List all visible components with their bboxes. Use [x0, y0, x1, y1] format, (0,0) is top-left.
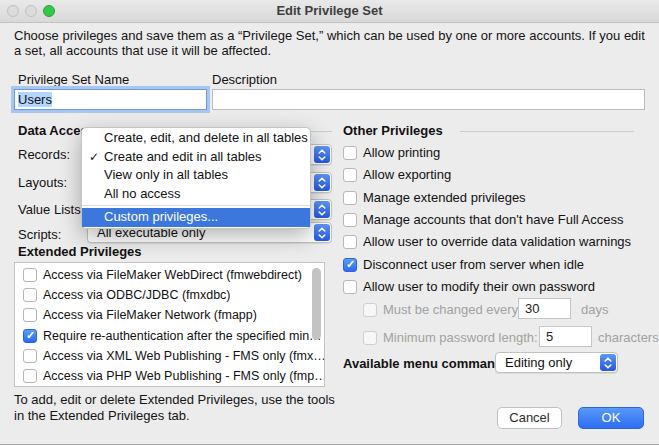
checkbox[interactable] [363, 303, 377, 317]
list-item[interactable]: Access via ODBC/JDBC (fmxdbc) [15, 285, 324, 305]
other-privileges-heading-line [460, 131, 634, 132]
list-item-label: Require re-authentication after the spec… [43, 329, 322, 343]
list-item-label: Access via ODBC/JDBC (fmxdbc) [43, 288, 231, 302]
intro-text: Choose privileges and save them as a “Pr… [14, 28, 650, 58]
checkbox-label: Disconnect user from server when idle [363, 257, 584, 272]
checkbox-label: Minimum password length: [383, 330, 538, 345]
checkbox-row[interactable]: Must be changed every [363, 302, 518, 317]
checkbox-row[interactable]: Allow user to modify their own password [343, 279, 595, 294]
checkbox[interactable] [23, 369, 37, 383]
checkbox[interactable] [23, 288, 37, 302]
list-item[interactable]: Require re-authentication after the spec… [15, 326, 324, 346]
records-label: Records: [18, 147, 70, 162]
days-suffix-label: days [581, 302, 608, 317]
checkbox[interactable] [23, 349, 37, 363]
menu-commands-popup[interactable]: Editing only [495, 352, 618, 373]
scripts-label: Scripts: [18, 227, 61, 242]
checkbox[interactable] [343, 258, 357, 272]
list-item[interactable]: Access via FileMaker WebDirect (fmwebdir… [15, 265, 324, 285]
checkmark-icon: ✓ [89, 148, 99, 167]
list-item-label: Access via XML Web Publishing - FMS only… [43, 349, 324, 363]
checkbox-row[interactable]: Manage extended privileges [343, 190, 526, 205]
menu-item[interactable]: ✓ All no access [82, 185, 310, 204]
records-open-menu: ✓ Create, edit, and delete in all tables… [81, 127, 311, 229]
checkbox-label: Allow exporting [363, 167, 451, 182]
scrollbar-thumb[interactable] [312, 268, 321, 340]
checkbox[interactable] [363, 331, 377, 345]
popup-stepper-icon[interactable] [314, 174, 330, 191]
checkbox[interactable] [343, 191, 357, 205]
list-item[interactable]: Access via XML Web Publishing - FMS only… [15, 346, 324, 366]
extended-privileges-list: Access via FileMaker WebDirect (fmwebdir… [14, 262, 325, 387]
checkbox-row[interactable]: Manage accounts that don't have Full Acc… [343, 212, 623, 227]
list-item-label: Access via FileMaker WebDirect (fmwebdir… [43, 268, 302, 282]
menu-item-label: Create and edit in all tables [104, 149, 262, 164]
popup-stepper-icon[interactable] [314, 201, 330, 218]
menu-item-label: Create, edit, and delete in all tables [104, 130, 308, 145]
checkbox[interactable] [343, 146, 357, 160]
menu-item[interactable]: ✓ View only in all tables [82, 166, 310, 185]
checkbox[interactable] [23, 329, 37, 343]
list-item-label: Access via PHP Web Publishing - FMS only… [43, 369, 324, 383]
checkbox-label: Must be changed every [383, 302, 518, 317]
popup-stepper-icon[interactable] [314, 146, 330, 163]
popup-stepper-icon[interactable] [600, 354, 616, 371]
checkbox[interactable] [343, 213, 357, 227]
edit-privilege-set-dialog: Edit Privilege Set Choose privileges and… [0, 0, 659, 445]
min-length-input[interactable]: 5 [539, 326, 592, 347]
checkbox-label: Allow user to override data validation w… [363, 234, 631, 249]
menu-item[interactable]: ✓ Create and edit in all tables [82, 148, 310, 167]
privilege-set-name-label: Privilege Set Name [18, 72, 129, 87]
checkbox-label: Manage extended privileges [363, 190, 526, 205]
popup-stepper-icon[interactable] [314, 224, 330, 241]
menu-item-label: All no access [104, 186, 181, 201]
list-item-label: Access via FileMaker Network (fmapp) [43, 308, 257, 322]
menu-item[interactable]: ✓ Create, edit, and delete in all tables [82, 129, 310, 148]
cancel-button[interactable]: Cancel [497, 407, 562, 429]
window-title: Edit Privilege Set [0, 0, 659, 22]
available-menu-commands-label: Available menu commands: [343, 356, 514, 371]
checkbox-row[interactable]: Disconnect user from server when idle [343, 257, 584, 272]
other-privileges-heading: Other Privileges [343, 123, 443, 138]
checkbox-label: Allow printing [363, 145, 440, 160]
checkbox-row[interactable]: Allow user to override data validation w… [343, 234, 631, 249]
layouts-label: Layouts: [18, 175, 67, 190]
description-label: Description [212, 72, 277, 87]
checkbox[interactable] [343, 280, 357, 294]
checkbox-row[interactable]: Allow exporting [343, 167, 451, 182]
title-bar: Edit Privilege Set [0, 0, 659, 23]
checkbox-row[interactable]: Allow printing [343, 145, 440, 160]
characters-suffix-label: characters [598, 330, 659, 345]
menu-item-label: View only in all tables [104, 167, 228, 182]
privilege-set-name-input[interactable]: Users [14, 89, 207, 110]
menu-item-custom-privileges[interactable]: ✓ Custom privileges... [82, 208, 310, 227]
checkbox[interactable] [23, 268, 37, 282]
ok-button[interactable]: OK [578, 407, 644, 429]
menu-item-label: Custom privileges... [104, 209, 218, 224]
extended-privileges-heading: Extended Privileges [18, 244, 142, 259]
value-lists-label: Value Lists: [18, 202, 84, 217]
description-input[interactable] [212, 89, 645, 110]
selected-text: Users [18, 92, 52, 107]
checkbox-label: Allow user to modify their own password [363, 279, 595, 294]
checkbox[interactable] [343, 235, 357, 249]
menu-commands-popup-value: Editing only [496, 353, 617, 372]
checkbox-row[interactable]: Minimum password length: [363, 330, 538, 345]
list-item[interactable]: Access via FileMaker Network (fmapp) [15, 305, 324, 325]
checkbox[interactable] [23, 308, 37, 322]
days-input[interactable]: 30 [518, 298, 571, 319]
extended-privileges-footnote: To add, edit or delete Extended Privileg… [14, 392, 348, 424]
list-item[interactable]: Access via PHP Web Publishing - FMS only… [15, 366, 324, 386]
checkbox[interactable] [343, 168, 357, 182]
checkbox-label: Manage accounts that don't have Full Acc… [363, 212, 623, 227]
menu-separator [82, 205, 310, 206]
